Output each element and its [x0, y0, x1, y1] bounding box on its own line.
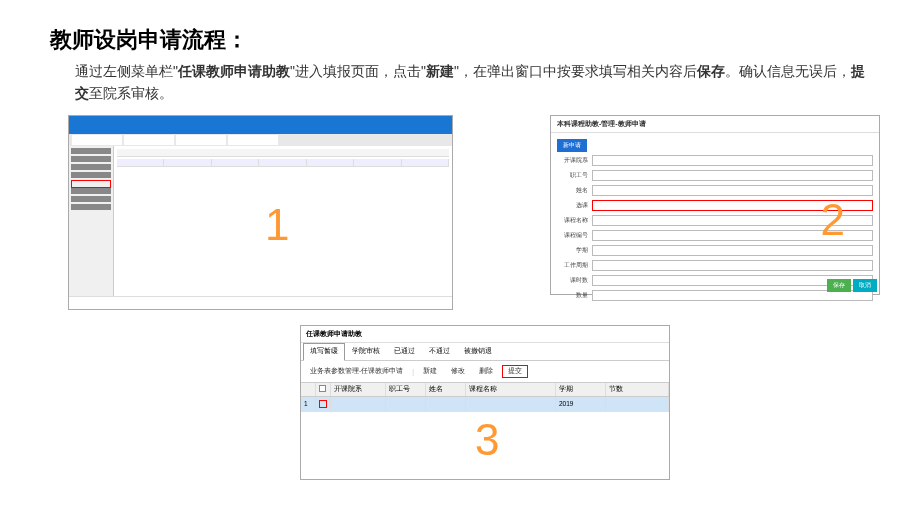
form-label: 课时数	[557, 276, 592, 285]
th-check	[316, 383, 331, 396]
step-number-3: 3	[475, 415, 499, 465]
browser-tab[interactable]	[72, 135, 122, 145]
form-label: 工作周期	[557, 261, 592, 270]
form-label: 数量	[557, 291, 592, 300]
th	[354, 159, 401, 167]
table-row[interactable]: 1 2019	[301, 397, 669, 412]
save-button[interactable]: 保存	[827, 279, 851, 292]
breadcrumb-label: 业务表参数管理-任课教师申请	[305, 365, 408, 378]
desc-text: 。确认信息无误后，	[725, 63, 851, 79]
actions-bar: 业务表参数管理-任课教师申请 | 新建 修改 删除 提交	[301, 361, 669, 382]
th: 课程名称	[466, 383, 556, 396]
step-number-1: 1	[265, 200, 289, 250]
sidebar-item[interactable]	[71, 148, 111, 154]
form-footer: 保存 取消	[825, 277, 879, 294]
edit-button[interactable]: 修改	[446, 365, 470, 378]
td	[466, 397, 556, 412]
th: 姓名	[426, 383, 466, 396]
th	[259, 159, 306, 167]
th	[307, 159, 354, 167]
sidebar-item-highlighted[interactable]	[71, 180, 111, 188]
tab-review[interactable]: 学院审核	[345, 343, 387, 360]
tab-passed[interactable]: 已通过	[387, 343, 422, 360]
form-label: 姓名	[557, 186, 592, 195]
form-label: 学期	[557, 246, 592, 255]
th-index	[301, 383, 316, 396]
browser-tab[interactable]	[176, 135, 226, 145]
sidebar-item[interactable]	[71, 164, 111, 170]
screenshot-1	[68, 115, 453, 310]
panel-title: 任课教师申请助教	[301, 326, 669, 343]
th: 职工号	[386, 383, 426, 396]
tab-rejected[interactable]: 不通过	[422, 343, 457, 360]
desc-text: 至院系审核。	[89, 85, 173, 101]
description: 通过左侧菜单栏"任课教师申请助教"进入填报页面，点击"新建"，在弹出窗口中按要求…	[50, 60, 870, 105]
form-header: 本科课程助教-管理-教师申请	[551, 116, 879, 133]
browser-tabs	[69, 134, 452, 146]
td-index: 1	[301, 397, 316, 412]
tab-draft[interactable]: 填写暂缓	[303, 343, 345, 361]
sidebar-item[interactable]	[71, 156, 111, 162]
sidebar	[69, 146, 114, 296]
td	[606, 397, 669, 412]
th	[402, 159, 449, 167]
new-button[interactable]: 新建	[418, 365, 442, 378]
step-number-2: 2	[821, 195, 845, 245]
desc-bold-menu: 任课教师申请助教	[178, 63, 290, 79]
table-header	[117, 159, 449, 167]
td	[426, 397, 466, 412]
desc-bold-save: 保存	[697, 63, 725, 79]
cancel-button[interactable]: 取消	[853, 279, 877, 292]
tab-withdrawn[interactable]: 被撤销退	[457, 343, 499, 360]
form-label: 职工号	[557, 171, 592, 180]
screenshots-area: 本科课程助教-管理-教师申请 新申请 开课院系 职工号 姓名 选课 课程名称 课…	[50, 115, 870, 515]
td-check[interactable]	[316, 397, 331, 412]
th: 节数	[606, 383, 669, 396]
th: 学期	[556, 383, 606, 396]
form-input[interactable]	[592, 170, 873, 181]
desc-text: "进入填报页面，点击"	[290, 63, 426, 79]
form-label: 选课	[557, 201, 592, 210]
screenshot-footer	[69, 296, 452, 308]
delete-button[interactable]: 删除	[474, 365, 498, 378]
form-input[interactable]	[592, 260, 873, 271]
th	[212, 159, 259, 167]
table-header: 开课院系 职工号 姓名 课程名称 学期 节数	[301, 382, 669, 397]
desc-text: "，在弹出窗口中按要求填写相关内容后	[454, 63, 697, 79]
td	[331, 397, 386, 412]
new-application-button[interactable]: 新申请	[557, 139, 587, 152]
browser-tab[interactable]	[124, 135, 174, 145]
checkbox-highlighted-icon[interactable]	[319, 400, 327, 408]
page-title: 教师设岗申请流程：	[50, 25, 870, 55]
toolbar	[117, 149, 449, 157]
th: 开课院系	[331, 383, 386, 396]
td	[386, 397, 426, 412]
form-label: 课程编号	[557, 231, 592, 240]
form-label: 开课院系	[557, 156, 592, 165]
browser-tab[interactable]	[228, 135, 278, 145]
sidebar-item[interactable]	[71, 204, 111, 210]
checkbox-icon[interactable]	[319, 385, 326, 392]
th	[164, 159, 211, 167]
th	[117, 159, 164, 167]
form-label: 课程名称	[557, 216, 592, 225]
td: 2019	[556, 397, 606, 412]
sidebar-item[interactable]	[71, 172, 111, 178]
form-input[interactable]	[592, 245, 873, 256]
form-input[interactable]	[592, 155, 873, 166]
desc-bold-new: 新建	[426, 63, 454, 79]
tabbar: 填写暂缓 学院审核 已通过 不通过 被撤销退	[301, 343, 669, 361]
sidebar-item[interactable]	[71, 196, 111, 202]
browser-titlebar	[69, 116, 452, 134]
submit-button[interactable]: 提交	[502, 365, 528, 378]
desc-text: 通过左侧菜单栏"	[75, 63, 178, 79]
sidebar-item[interactable]	[71, 188, 111, 194]
